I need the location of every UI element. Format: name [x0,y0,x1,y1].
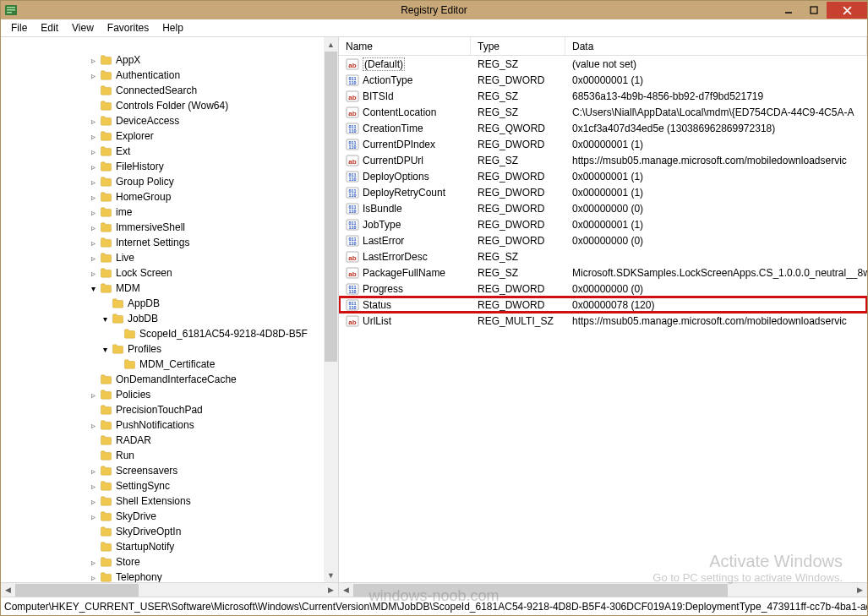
tree-item[interactable]: AppDB [4,296,338,311]
value-row[interactable]: abCurrentDPUrlREG_SZhttps://msub05.manag… [339,152,867,168]
column-header-data[interactable]: Data [565,37,867,55]
tree-item[interactable]: ▹Screensavers [4,463,338,478]
tree-item[interactable]: ▹Ext [4,144,338,159]
scroll-left-icon[interactable]: ◀ [339,583,353,597]
collapse-icon[interactable]: ▾ [99,345,111,354]
minimize-button[interactable] [776,2,801,19]
tree-item[interactable]: ▹Policies [4,387,338,402]
expand-icon[interactable]: ▹ [87,208,99,217]
expand-icon[interactable]: ▹ [87,223,99,232]
expand-icon[interactable]: ▹ [87,512,99,521]
maximize-button[interactable] [801,2,827,19]
tree-item[interactable]: RADAR [4,433,338,448]
tree-item[interactable]: SkyDriveOptIn [4,524,338,539]
tree-item[interactable]: StartupNotify [4,539,338,554]
values-list[interactable]: ab(Default)REG_SZ(value not set)011110Ac… [339,56,867,582]
value-row[interactable]: 011110IsBundleREG_DWORD0x00000000 (0) [339,200,867,216]
expand-icon[interactable]: ▹ [87,466,99,476]
value-row[interactable]: 011110LastErrorREG_DWORD0x00000000 (0) [339,232,867,248]
value-row[interactable]: 011110JobTypeREG_DWORD0x00000001 (1) [339,216,867,232]
scroll-thumb[interactable] [15,584,139,597]
scroll-thumb[interactable] [353,584,728,597]
expand-icon[interactable]: ▹ [87,558,99,567]
tree-item[interactable]: ▾MDM [4,281,338,296]
value-row[interactable]: abLastErrorDescREG_SZ [339,248,867,264]
menu-favorites[interactable]: Favorites [101,20,156,35]
collapse-icon[interactable]: ▾ [99,314,111,324]
tree-item[interactable]: ▹Shell Extensions [4,493,338,509]
tree-item[interactable]: ▹Store [4,554,338,570]
expand-icon[interactable]: ▹ [87,132,99,141]
value-row[interactable]: 011110ProgressREG_DWORD0x00000000 (0) [339,281,867,297]
tree-item[interactable]: ScopeId_6181AC54-9218-4D8D-B5F [4,326,338,341]
expand-icon[interactable]: ▹ [87,147,99,156]
tree-item[interactable]: ▹Explorer [4,128,338,144]
expand-icon[interactable]: ▹ [87,238,99,248]
value-row[interactable]: 011110CurrentDPIndexREG_DWORD0x00000001 … [339,136,867,152]
scroll-down-icon[interactable]: ▼ [324,568,338,582]
expand-icon[interactable]: ▹ [87,117,99,126]
tree-item[interactable]: OnDemandInterfaceCache [4,372,338,387]
value-row[interactable]: 011110StatusREG_DWORD0x00000078 (120) [339,297,867,313]
tree-vscrollbar[interactable]: ▲ ▼ [324,37,338,582]
column-header-name[interactable]: Name [339,37,471,55]
tree-scroll[interactable]: ▹AppX▹AuthenticationConnectedSearchContr… [1,37,338,582]
tree-item[interactable]: ▹DeviceAccess [4,113,338,128]
value-row[interactable]: abPackageFullNameREG_SZMicrosoft.SDKSamp… [339,264,867,281]
value-row[interactable]: 011110DeployRetryCountREG_DWORD0x0000000… [339,184,867,200]
tree-item[interactable]: ▹Internet Settings [4,235,338,250]
expand-icon[interactable]: ▹ [87,482,99,491]
menu-help[interactable]: Help [156,20,190,35]
tree-item[interactable]: ▾Profiles [4,341,338,357]
tree-item[interactable]: ▹ime [4,204,338,220]
tree-item[interactable]: Controls Folder (Wow64) [4,98,338,113]
tree-item[interactable]: ▹HomeGroup [4,189,338,204]
tree-item[interactable]: ▹SkyDrive [4,509,338,524]
expand-icon[interactable]: ▹ [87,56,99,65]
expand-icon[interactable]: ▹ [87,162,99,172]
tree-item[interactable]: ▾JobDB [4,311,338,326]
scroll-right-icon[interactable]: ▶ [324,583,338,597]
expand-icon[interactable]: ▹ [87,497,99,506]
tree-item[interactable]: ▹Live [4,250,338,265]
tree-item[interactable]: ▹Authentication [4,68,338,83]
tree-item[interactable]: ▹AppX [4,52,338,68]
scroll-left-icon[interactable]: ◀ [1,583,15,597]
expand-icon[interactable]: ▹ [87,71,99,80]
tree-item[interactable]: Run [4,448,338,463]
menu-file[interactable]: File [4,20,34,35]
expand-icon[interactable]: ▹ [87,421,99,430]
expand-icon[interactable]: ▹ [87,193,99,202]
value-row[interactable]: 011110ActionTypeREG_DWORD0x00000001 (1) [339,72,867,88]
tree-item[interactable]: ▹PushNotifications [4,417,338,433]
close-button[interactable] [827,2,867,19]
collapse-icon[interactable]: ▾ [87,284,99,293]
values-hscrollbar[interactable]: ◀ ▶ [339,582,867,597]
tree-item[interactable]: ▹SettingSync [4,478,338,493]
registry-tree[interactable]: ▹AppX▹AuthenticationConnectedSearchContr… [1,52,338,582]
tree-item[interactable]: PrecisionTouchPad [4,402,338,417]
value-row[interactable]: 011110CreationTimeREG_QWORD0x1cf3a407d34… [339,120,867,136]
menu-view[interactable]: View [65,20,101,35]
tree-item[interactable]: ▹Group Policy [4,174,338,189]
menu-edit[interactable]: Edit [34,20,65,35]
tree-item[interactable]: ConnectedSearch [4,83,338,98]
tree-item[interactable]: ▹ImmersiveShell [4,220,338,235]
tree-hscrollbar[interactable]: ◀ ▶ [1,582,338,597]
expand-icon[interactable]: ▹ [87,390,99,400]
value-row[interactable]: ab(Default)REG_SZ(value not set) [339,56,867,72]
scroll-right-icon[interactable]: ▶ [853,583,867,597]
tree-item[interactable]: ▹Lock Screen [4,265,338,281]
expand-icon[interactable]: ▹ [87,573,99,582]
tree-item[interactable]: MDM_Certificate [4,357,338,372]
scroll-thumb[interactable] [325,52,337,362]
value-row[interactable]: abContentLocationREG_SZC:\Users\Niall\Ap… [339,104,867,120]
tree-item[interactable]: ▹Telephony [4,570,338,582]
column-header-type[interactable]: Type [471,37,565,55]
scroll-up-icon[interactable]: ▲ [324,37,338,52]
tree-item[interactable]: ▹FileHistory [4,159,338,174]
expand-icon[interactable]: ▹ [87,253,99,263]
titlebar[interactable]: Registry Editor [1,1,867,19]
value-row[interactable]: abBITSIdREG_SZ68536a13-4b9b-4856-bb92-d7… [339,88,867,104]
value-row[interactable]: 011110DeployOptionsREG_DWORD0x00000001 (… [339,168,867,184]
